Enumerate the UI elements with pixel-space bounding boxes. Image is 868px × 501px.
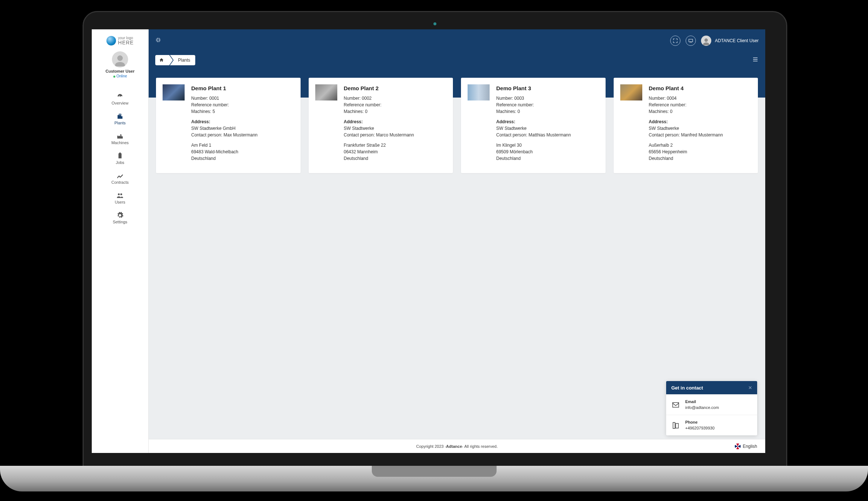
expand-icon xyxy=(673,38,678,43)
laptop-notch xyxy=(372,466,497,477)
plant-street: Außerhalb 2 xyxy=(649,142,752,149)
contact-close-button[interactable] xyxy=(748,385,752,391)
sidebar: your logo HERE Customer User Online Over… xyxy=(92,29,149,453)
plant-machines: Machines: 0 xyxy=(649,108,752,115)
clipboard-icon xyxy=(116,152,124,160)
app-screen: your logo HERE Customer User Online Over… xyxy=(92,29,765,453)
plant-thumbnail xyxy=(468,84,490,100)
plant-card-body: Demo Plant 4 Number: 0004 Reference numb… xyxy=(649,84,752,166)
breadcrumb-current: Plants xyxy=(170,55,195,65)
plant-street: Frankfurter Straße 22 xyxy=(344,142,447,149)
plant-thumbnail xyxy=(620,84,642,100)
sidebar-user-role: Customer User xyxy=(92,69,148,73)
nav-label: Contracts xyxy=(92,180,148,184)
svg-rect-1 xyxy=(673,402,679,407)
address-label: Address: xyxy=(496,118,599,125)
user-icon xyxy=(702,38,710,46)
plant-card[interactable]: Demo Plant 4 Number: 0004 Reference numb… xyxy=(614,78,758,173)
list-view-toggle[interactable] xyxy=(752,56,759,64)
plant-title: Demo Plant 1 xyxy=(191,84,294,93)
plant-card[interactable]: Demo Plant 2 Number: 0002 Reference numb… xyxy=(309,78,453,173)
plant-contact: Contact person: Max Mustermann xyxy=(191,132,294,138)
plant-number: Number: 0002 xyxy=(344,95,447,102)
dashboard-icon xyxy=(116,93,124,100)
plant-city: 69509 Mörlenbach xyxy=(496,149,599,155)
sidebar-item-settings[interactable]: Settings xyxy=(92,209,148,228)
plant-thumbnail xyxy=(163,84,185,100)
contact-panel: Get in contact Email info@adtance.com Ph… xyxy=(666,381,757,435)
plant-card[interactable]: Demo Plant 3 Number: 0003 Reference numb… xyxy=(461,78,606,173)
plant-city: 69483 Wald-Michelbach xyxy=(191,149,294,155)
presentation-button[interactable] xyxy=(686,36,696,46)
topbar: ADTANCE Client User xyxy=(149,29,765,52)
factory-icon xyxy=(116,132,124,140)
language-label: English xyxy=(743,444,757,449)
plant-ref: Reference number: xyxy=(649,102,752,108)
collapse-sidebar-icon[interactable] xyxy=(155,37,161,44)
sidebar-item-plants[interactable]: Plants xyxy=(92,110,148,129)
sidebar-item-jobs[interactable]: Jobs xyxy=(92,149,148,169)
sidebar-avatar[interactable] xyxy=(112,51,128,67)
nav-label: Jobs xyxy=(92,160,148,165)
plant-ref: Reference number: xyxy=(344,102,447,108)
footer: Copyright 2023 - Adtance - All rights re… xyxy=(149,439,765,453)
sidebar-item-contracts[interactable]: Contracts xyxy=(92,169,148,189)
nav-label: Settings xyxy=(92,220,148,224)
language-selector[interactable]: English xyxy=(735,443,757,449)
nav-label: Plants xyxy=(92,121,148,125)
contact-email-label: Email xyxy=(685,399,719,405)
contact-phone-value: +496207939930 xyxy=(685,425,715,431)
contact-email-row[interactable]: Email info@adtance.com xyxy=(666,394,757,415)
topbar-avatar xyxy=(701,36,711,46)
home-icon xyxy=(159,58,164,63)
svg-rect-3 xyxy=(676,423,678,428)
sidebar-item-users[interactable]: Users xyxy=(92,189,148,209)
plant-number: Number: 0003 xyxy=(496,95,599,102)
building-icon xyxy=(116,113,124,120)
svg-rect-2 xyxy=(673,422,675,428)
plant-card-body: Demo Plant 3 Number: 0003 Reference numb… xyxy=(496,84,599,166)
gears-icon xyxy=(116,212,124,219)
flag-uk-icon xyxy=(735,443,741,449)
plant-card[interactable]: Demo Plant 1 Number: 0001 Reference numb… xyxy=(156,78,301,173)
nav-label: Overview xyxy=(92,101,148,105)
plant-contact: Contact person: Matthias Mustermann xyxy=(496,132,599,138)
plant-contact: Contact person: Marco Mustermann xyxy=(344,132,447,138)
breadcrumb-home[interactable] xyxy=(155,55,169,65)
nav-label: Machines xyxy=(92,140,148,145)
footer-copyright-left: Copyright 2023 - xyxy=(416,444,446,449)
list-icon xyxy=(752,56,759,63)
logo-line2: HERE xyxy=(118,40,134,45)
fullscreen-button[interactable] xyxy=(670,36,680,46)
signature-icon xyxy=(116,172,124,179)
contact-phone-label: Phone xyxy=(685,420,715,425)
sidebar-item-machines[interactable]: Machines xyxy=(92,129,148,149)
logo[interactable]: your logo HERE xyxy=(92,34,148,48)
plant-country: Deutschland xyxy=(496,155,599,162)
nav: Overview Plants Machines Jobs Contracts … xyxy=(92,90,148,228)
plant-number: Number: 0001 xyxy=(191,95,294,102)
laptop-base xyxy=(0,466,868,491)
topbar-user[interactable]: ADTANCE Client User xyxy=(701,36,759,46)
plant-ref: Reference number: xyxy=(191,102,294,108)
plant-ref: Reference number: xyxy=(496,102,599,108)
plant-company: SW Stadtwerke xyxy=(496,125,599,132)
plant-machines: Machines: 0 xyxy=(344,108,447,115)
users-icon xyxy=(116,192,124,199)
contact-email-value: info@adtance.com xyxy=(685,405,719,410)
plant-card-body: Demo Plant 1 Number: 0001 Reference numb… xyxy=(191,84,294,166)
footer-copyright-right: - All rights reserved. xyxy=(462,444,498,449)
nav-label: Users xyxy=(92,200,148,204)
plant-street: Im Klingel 30 xyxy=(496,142,599,149)
plant-machines: Machines: 0 xyxy=(496,108,599,115)
plant-thumbnail xyxy=(315,84,337,100)
close-icon xyxy=(748,386,752,390)
sidebar-item-overview[interactable]: Overview xyxy=(92,90,148,110)
plant-cards: Demo Plant 1 Number: 0001 Reference numb… xyxy=(156,78,758,173)
address-label: Address: xyxy=(344,118,447,125)
email-icon xyxy=(671,401,680,409)
contact-title: Get in contact xyxy=(671,385,703,391)
contact-header: Get in contact xyxy=(666,381,757,394)
contact-phone-row[interactable]: Phone +496207939930 xyxy=(666,415,757,435)
contact-phone-text: Phone +496207939930 xyxy=(685,420,715,431)
